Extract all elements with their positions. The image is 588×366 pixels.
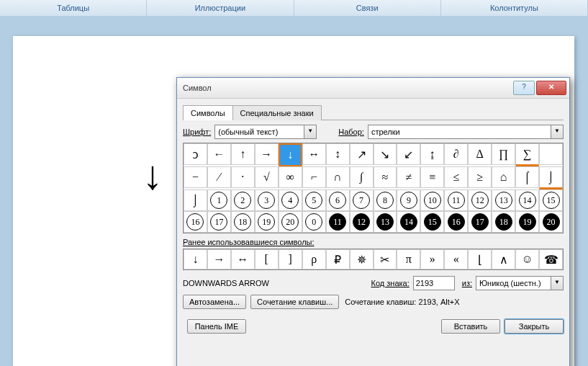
ribbon-group-illustrations[interactable]: Иллюстрации — [147, 0, 294, 16]
ribbon-group-headers[interactable]: Колонтитулы — [441, 0, 588, 16]
ribbon-group-tables[interactable]: Таблицы — [0, 0, 147, 16]
ribbon-group-links[interactable]: Связи — [294, 0, 441, 16]
ribbon: Таблицы Иллюстрации Связи Колонтитулы — [0, 0, 588, 17]
workspace: ↓ Символ ? ✕ Символы Специальные знаки Ш… — [0, 16, 588, 17]
